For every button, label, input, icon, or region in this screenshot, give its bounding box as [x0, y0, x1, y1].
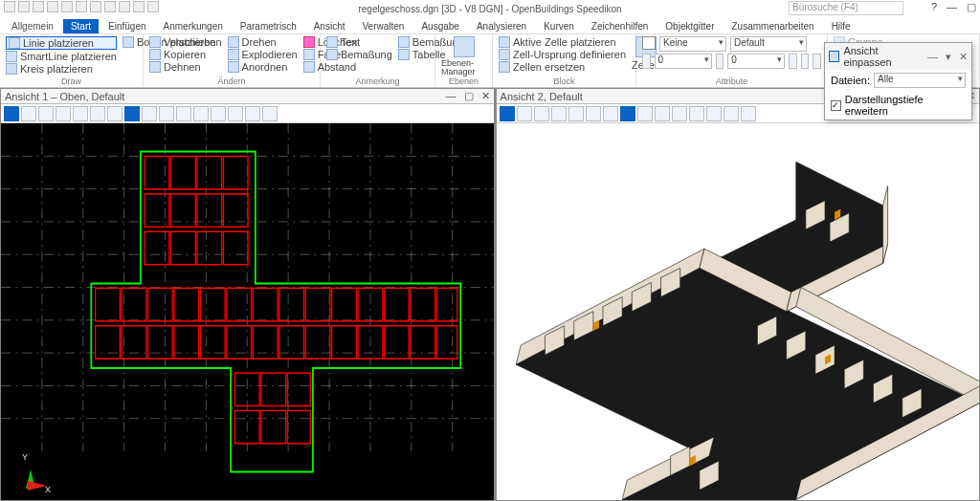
v1-tb-5[interactable]: [73, 106, 88, 121]
v2-tb-3[interactable]: [534, 106, 549, 121]
svg-rect-45: [436, 288, 457, 320]
tab-analyze[interactable]: Analysieren: [469, 19, 534, 33]
v1-tb-15[interactable]: [245, 106, 260, 121]
tab-file[interactable]: Allgemein: [4, 19, 61, 33]
dlg-pin-icon[interactable]: ▾: [946, 51, 951, 63]
fit-view-dialog[interactable]: Ansicht einpassen —▾✕ Dateien: Alle ✓ Da…: [824, 42, 972, 120]
tab-output[interactable]: Ausgabe: [413, 19, 466, 33]
v2-tb-13[interactable]: [706, 106, 722, 121]
v1-tb-16[interactable]: [262, 106, 278, 121]
v2-tb-12[interactable]: [689, 106, 704, 121]
dlg-close-icon[interactable]: ✕: [959, 51, 968, 63]
v2-tb-4[interactable]: [551, 106, 567, 121]
view-2-canvas[interactable]: [497, 123, 979, 500]
group-label-annot: Anmerkung: [326, 76, 429, 87]
qat-more-icon[interactable]: [90, 1, 101, 12]
tab-annotations[interactable]: Anmerkungen: [156, 19, 231, 33]
tab-manage[interactable]: Verwalten: [355, 19, 412, 33]
qat-redo-icon[interactable]: [61, 1, 73, 12]
qat-open-icon[interactable]: [18, 1, 30, 12]
attr5-icon[interactable]: [813, 54, 821, 69]
v1-tb-7[interactable]: [107, 106, 122, 121]
view-1-canvas[interactable]: Y X: [1, 123, 494, 500]
v2-tb-6[interactable]: [586, 106, 601, 121]
layer-manager-button[interactable]: Ebenen-Manager: [441, 36, 486, 76]
weight-combo[interactable]: 0: [655, 54, 712, 69]
qat-new-icon[interactable]: [4, 1, 15, 12]
v1-tb-10[interactable]: [159, 106, 174, 121]
help-icon[interactable]: ?: [931, 1, 937, 13]
copy-button[interactable]: Kopieren: [149, 49, 222, 60]
qat-ext3-icon[interactable]: [133, 1, 145, 12]
v1-tb-8[interactable]: [124, 106, 140, 121]
place-smartline-label: SmartLine platzieren: [20, 51, 117, 62]
qat-print-icon[interactable]: [76, 1, 87, 12]
place-line-button[interactable]: Linie platzieren: [6, 36, 117, 50]
place-cell-button[interactable]: Aktive Zelle platzieren: [499, 36, 626, 48]
search-input[interactable]: Bürosuche (F4): [789, 1, 903, 15]
array-button[interactable]: Anordnen: [228, 61, 298, 73]
v2-tb-2[interactable]: [517, 106, 532, 121]
tab-view[interactable]: Ansicht: [306, 19, 353, 33]
tab-insert[interactable]: Einfügen: [100, 19, 153, 33]
qat-ext1-icon[interactable]: [104, 1, 116, 12]
text-button[interactable]: Text: [326, 36, 392, 48]
cell-origin-button[interactable]: Zell-Ursprung definieren: [499, 49, 626, 60]
v1-tb-4[interactable]: [56, 106, 71, 121]
place-smartline-button[interactable]: SmartLine platzieren: [6, 51, 117, 62]
v1-tb-12[interactable]: [193, 106, 209, 121]
depth-checkbox[interactable]: ✓: [831, 100, 841, 111]
v1-min-icon[interactable]: —: [446, 90, 457, 102]
qat-save-icon[interactable]: [33, 1, 44, 12]
layer-combo[interactable]: Keine: [659, 36, 726, 52]
tab-parametric[interactable]: Parametrisch: [233, 19, 304, 33]
v1-tb-9[interactable]: [142, 106, 157, 121]
qat-undo-icon[interactable]: [47, 1, 58, 12]
v2-tb-9[interactable]: [637, 106, 653, 121]
style-combo[interactable]: Default: [730, 36, 807, 52]
tab-help[interactable]: Hilfe: [824, 19, 858, 33]
tab-objectgrid[interactable]: Objektgitter: [657, 19, 722, 33]
attr4-icon[interactable]: [801, 54, 810, 69]
tab-curves[interactable]: Kurven: [536, 19, 582, 33]
move-button[interactable]: Verschieben: [149, 36, 222, 48]
v1-tb-13[interactable]: [211, 106, 226, 121]
v1-tb-6[interactable]: [90, 106, 105, 121]
tab-collab[interactable]: Zusammenarbeiten: [724, 19, 821, 33]
v1-tb-3[interactable]: [38, 106, 54, 121]
v2-tb-10[interactable]: [655, 106, 670, 121]
attr3-icon[interactable]: [789, 54, 797, 69]
maximize-icon[interactable]: ▢: [967, 1, 976, 13]
tab-start[interactable]: Start: [63, 19, 99, 33]
dlg-min-icon[interactable]: —: [927, 51, 938, 63]
v1-tb-11[interactable]: [176, 106, 191, 121]
v2-tb-8[interactable]: [620, 106, 635, 121]
tab-drawaids[interactable]: Zeichenhilfen: [584, 19, 656, 33]
qat-ext4-icon[interactable]: [147, 1, 159, 12]
attr2-icon[interactable]: [716, 54, 724, 69]
minimize-icon[interactable]: —: [947, 1, 957, 13]
rotate-button[interactable]: Drehen: [228, 36, 298, 48]
v2-tb-5[interactable]: [568, 106, 584, 121]
v2-tb-7[interactable]: [603, 106, 618, 121]
v1-max-icon[interactable]: ▢: [464, 90, 474, 102]
files-combo[interactable]: Alle: [874, 73, 966, 88]
attr1-icon[interactable]: [642, 54, 651, 69]
v2-tb-14[interactable]: [724, 106, 739, 121]
v1-close-icon[interactable]: ✕: [481, 90, 490, 102]
explode-button[interactable]: Explodieren: [228, 49, 298, 60]
v1-tb-1[interactable]: [4, 106, 19, 121]
dim-button[interactable]: Bemaßung: [326, 49, 392, 60]
title-bar: regelgeschoss.dgn [3D - V8 DGN] - OpenBu…: [0, 0, 980, 17]
v2-tb-15[interactable]: [741, 106, 756, 121]
v2-tb-1[interactable]: [500, 106, 515, 121]
place-circle-button[interactable]: Kreis platzieren: [6, 63, 117, 75]
stretch-button[interactable]: Dehnen: [149, 61, 222, 73]
lstyle-combo[interactable]: 0: [727, 54, 785, 69]
v1-tb-14[interactable]: [228, 106, 243, 121]
fit-view-title: Ansicht einpassen: [843, 45, 924, 68]
v1-tb-2[interactable]: [21, 106, 36, 121]
cell-replace-button[interactable]: Zellen ersetzen: [499, 61, 626, 73]
v2-tb-11[interactable]: [672, 106, 687, 121]
qat-ext2-icon[interactable]: [119, 1, 130, 12]
